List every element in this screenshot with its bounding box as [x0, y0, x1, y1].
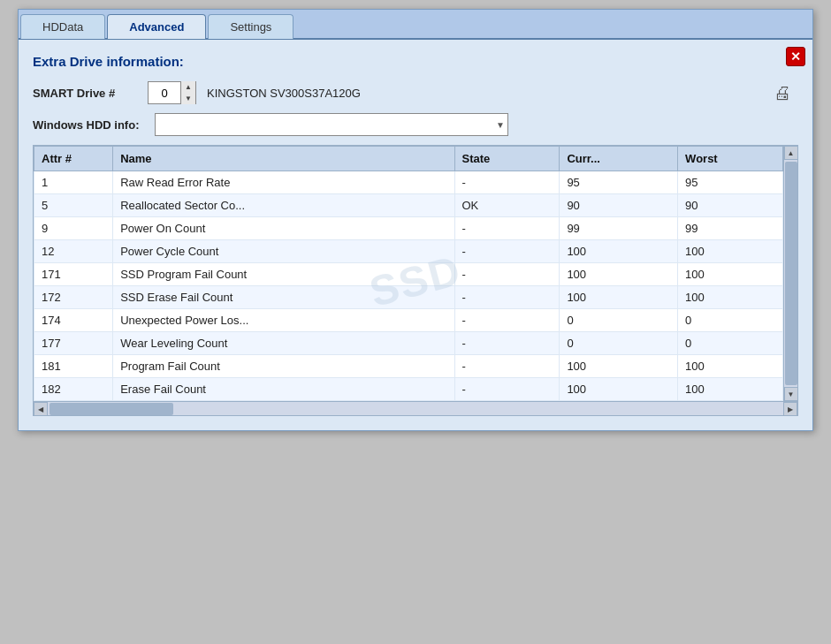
cell-curr: 100	[560, 355, 678, 378]
cell-state: -	[454, 171, 560, 194]
cell-worst: 100	[678, 240, 783, 263]
cell-attr: 12	[34, 240, 113, 263]
cell-attr: 5	[34, 194, 113, 217]
smart-drive-row: SMART Drive # ▲ ▼ KINGSTON SV300S37A120G…	[33, 81, 798, 104]
tab-hddata[interactable]: HDData	[20, 14, 105, 39]
cell-state: -	[454, 309, 560, 332]
cell-attr: 182	[34, 378, 113, 401]
cell-state: -	[454, 263, 560, 286]
windows-hdd-select-wrap	[148, 113, 508, 136]
table-row: 182Erase Fail Count-100100	[34, 378, 783, 401]
cell-name: Erase Fail Count	[113, 378, 454, 401]
smart-drive-input[interactable]	[149, 82, 180, 103]
cell-curr: 100	[560, 286, 678, 309]
scroll-up-button[interactable]: ▲	[784, 146, 798, 160]
vertical-scrollbar: ▲ ▼	[783, 146, 797, 401]
smart-table-container: Attr # Name State Curr... Worst 1Raw Rea…	[33, 145, 798, 416]
tab-advanced[interactable]: Advanced	[107, 14, 206, 39]
table-row: 174Unexpected Power Los...-00	[34, 309, 783, 332]
table-row: 5Reallocated Sector Co...OK9090	[34, 194, 783, 217]
table-row: 9Power On Count-9999	[34, 217, 783, 240]
tab-settings[interactable]: Settings	[208, 14, 294, 39]
cell-attr: 172	[34, 286, 113, 309]
cell-state: -	[454, 217, 560, 240]
cell-attr: 171	[34, 263, 113, 286]
table-row: 177Wear Leveling Count-00	[34, 332, 783, 355]
table-header: Attr # Name State Curr... Worst	[34, 147, 783, 171]
close-button[interactable]: ✕	[786, 47, 805, 66]
cell-name: Unexpected Power Los...	[113, 309, 454, 332]
hscroll-track	[48, 402, 783, 415]
cell-state: -	[454, 240, 560, 263]
print-icon[interactable]: 🖨	[774, 83, 791, 103]
table-row: 181Program Fail Count-100100	[34, 355, 783, 378]
cell-worst: 90	[678, 194, 783, 217]
windows-hdd-select[interactable]	[155, 113, 508, 136]
cell-worst: 0	[678, 309, 783, 332]
cell-curr: 100	[560, 378, 678, 401]
col-header-curr: Curr...	[560, 147, 678, 171]
cell-worst: 99	[678, 217, 783, 240]
cell-name: Power On Count	[113, 217, 454, 240]
cell-state: -	[454, 355, 560, 378]
table-row: 172SSD Erase Fail Count-100100	[34, 286, 783, 309]
cell-state: OK	[454, 194, 560, 217]
cell-worst: 100	[678, 378, 783, 401]
cell-attr: 181	[34, 355, 113, 378]
smart-table: Attr # Name State Curr... Worst 1Raw Rea…	[34, 146, 783, 401]
cell-state: -	[454, 286, 560, 309]
scroll-thumb-h[interactable]	[50, 403, 173, 415]
scroll-right-button[interactable]: ▶	[783, 402, 797, 416]
table-row: 12Power Cycle Count-100100	[34, 240, 783, 263]
cell-worst: 100	[678, 286, 783, 309]
section-title: Extra Drive information:	[33, 54, 798, 69]
cell-state: -	[454, 378, 560, 401]
spin-buttons: ▲ ▼	[180, 81, 195, 104]
windows-hdd-label: Windows HDD info:	[33, 118, 148, 132]
cell-attr: 177	[34, 332, 113, 355]
drive-name: KINGSTON SV300S37A120G	[207, 87, 361, 100]
cell-curr: 0	[560, 332, 678, 355]
scroll-down-button[interactable]: ▼	[784, 387, 798, 401]
smart-drive-spinbox[interactable]: ▲ ▼	[148, 81, 196, 104]
table-body: 1Raw Read Error Rate-95955Reallocated Se…	[34, 171, 783, 401]
main-window: HDData Advanced Settings ✕ Extra Drive i…	[18, 9, 813, 431]
cell-worst: 100	[678, 263, 783, 286]
spin-down-button[interactable]: ▼	[181, 93, 195, 104]
cell-worst: 100	[678, 355, 783, 378]
table-row: 1Raw Read Error Rate-9595	[34, 171, 783, 194]
cell-curr: 100	[560, 263, 678, 286]
cell-name: Power Cycle Count	[113, 240, 454, 263]
cell-curr: 99	[560, 217, 678, 240]
smart-drive-label: SMART Drive #	[33, 87, 148, 100]
cell-curr: 95	[560, 171, 678, 194]
cell-name: Wear Leveling Count	[113, 332, 454, 355]
cell-curr: 90	[560, 194, 678, 217]
cell-attr: 1	[34, 171, 113, 194]
table-row: 171SSD Program Fail Count-100100	[34, 263, 783, 286]
table-scroll-container: Attr # Name State Curr... Worst 1Raw Rea…	[34, 146, 797, 401]
col-header-worst: Worst	[678, 147, 783, 171]
cell-attr: 9	[34, 217, 113, 240]
smart-table-outer: Attr # Name State Curr... Worst 1Raw Rea…	[33, 145, 798, 416]
scroll-thumb-v[interactable]	[785, 162, 797, 385]
cell-name: Reallocated Sector Co...	[113, 194, 454, 217]
table-scroll-inner: Attr # Name State Curr... Worst 1Raw Rea…	[34, 146, 783, 401]
cell-curr: 0	[560, 309, 678, 332]
col-header-attr: Attr #	[34, 147, 113, 171]
cell-name: Program Fail Count	[113, 355, 454, 378]
col-header-state: State	[454, 147, 560, 171]
cell-curr: 100	[560, 240, 678, 263]
tab-bar: HDData Advanced Settings	[19, 10, 812, 40]
cell-state: -	[454, 332, 560, 355]
cell-name: Raw Read Error Rate	[113, 171, 454, 194]
col-header-name: Name	[113, 147, 454, 171]
cell-worst: 0	[678, 332, 783, 355]
content-area: ✕ Extra Drive information: SMART Drive #…	[19, 40, 812, 430]
cell-attr: 174	[34, 309, 113, 332]
horizontal-scrollbar: ◀ ▶	[34, 401, 797, 415]
scroll-left-button[interactable]: ◀	[34, 402, 48, 416]
spin-up-button[interactable]: ▲	[181, 81, 195, 93]
windows-hdd-row: Windows HDD info:	[33, 113, 798, 136]
cell-name: SSD Erase Fail Count	[113, 286, 454, 309]
